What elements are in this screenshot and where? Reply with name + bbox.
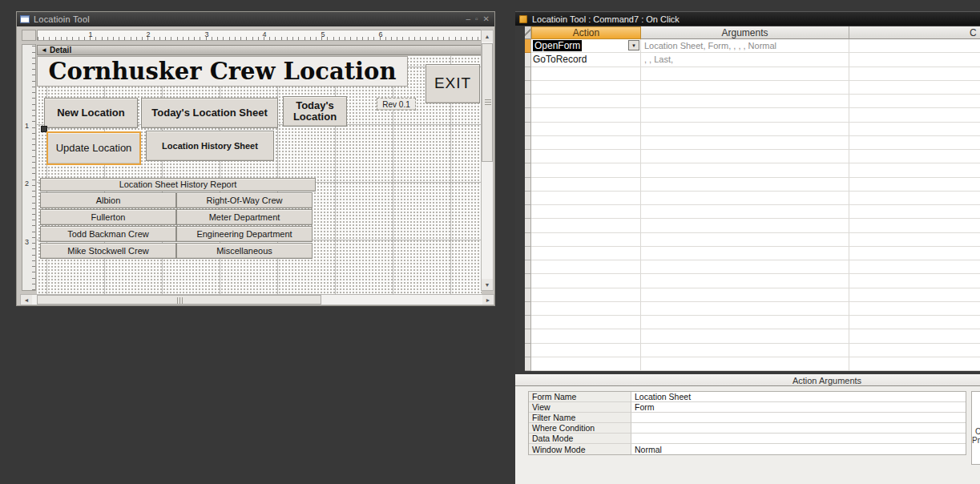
arguments-cell[interactable]	[641, 108, 849, 122]
horizontal-scrollbar[interactable]: ◄ ►	[20, 294, 494, 305]
comment-cell[interactable]	[849, 123, 980, 136]
arguments-cell[interactable]	[641, 123, 849, 136]
arguments-cell[interactable]	[641, 357, 849, 371]
location-sheet-history-report-button[interactable]: Location Sheet History Report	[40, 178, 316, 192]
arguments-cell[interactable]	[641, 163, 849, 177]
comment-cell[interactable]	[849, 81, 980, 95]
action-cell[interactable]	[531, 247, 641, 260]
scroll-up-icon[interactable]: ▲	[482, 30, 493, 42]
action-cell[interactable]	[531, 178, 641, 192]
row-selector[interactable]	[525, 302, 531, 316]
arguments-cell[interactable]	[641, 67, 849, 81]
arguments-column-header[interactable]: Arguments	[641, 26, 849, 39]
vertical-scrollbar[interactable]: ▲ ▼	[481, 30, 494, 291]
fullerton-button[interactable]: Fullerton	[40, 209, 176, 225]
comment-cell[interactable]	[849, 288, 980, 302]
comment-cell[interactable]	[849, 192, 980, 205]
action-cell[interactable]	[531, 205, 641, 219]
arguments-cell[interactable]	[641, 136, 849, 150]
row-selector[interactable]	[525, 53, 531, 67]
macro-window-titlebar[interactable]: Locatioin Tool : Command7 : On Click	[515, 12, 980, 26]
design-window-titlebar[interactable]: Locatioin Tool – ▫ ✕	[17, 12, 494, 26]
comment-cell[interactable]	[849, 150, 980, 163]
property-value[interactable]	[631, 413, 966, 423]
arguments-cell[interactable]	[641, 260, 849, 274]
row-selector[interactable]	[525, 274, 531, 288]
action-cell[interactable]	[531, 288, 641, 302]
action-cell[interactable]	[531, 233, 641, 247]
row-selector[interactable]	[525, 95, 531, 108]
arguments-cell[interactable]	[641, 95, 849, 108]
action-value-selected[interactable]: OpenForm	[533, 40, 582, 51]
arguments-cell[interactable]: , , Last,	[641, 53, 849, 67]
todays-location-button[interactable]: Today's Location	[283, 96, 347, 127]
arguments-cell[interactable]	[641, 233, 849, 247]
arguments-cell[interactable]	[641, 344, 849, 357]
comment-cell[interactable]	[849, 95, 980, 108]
arguments-cell[interactable]	[641, 302, 849, 316]
comment-cell[interactable]	[849, 344, 980, 357]
row-selector[interactable]	[525, 344, 531, 357]
action-dropdown-button[interactable]: ▼	[628, 40, 639, 50]
action-cell[interactable]	[531, 150, 641, 163]
action-cell[interactable]	[531, 123, 641, 136]
action-cell[interactable]	[531, 136, 641, 150]
row-selector[interactable]	[525, 247, 531, 260]
comment-cell[interactable]	[849, 274, 980, 288]
row-selector[interactable]	[525, 163, 531, 177]
arguments-cell[interactable]	[641, 150, 849, 163]
row-selector[interactable]	[525, 178, 531, 192]
arguments-cell[interactable]	[641, 274, 849, 288]
comment-cell[interactable]	[849, 233, 980, 247]
row-selector[interactable]	[525, 81, 531, 95]
row-selector-current[interactable]	[525, 39, 531, 53]
comment-cell[interactable]	[849, 302, 980, 316]
row-selector[interactable]	[525, 219, 531, 232]
action-cell[interactable]	[531, 219, 641, 232]
todays-location-sheet-button[interactable]: Today's Location Sheet	[141, 98, 278, 128]
comment-cell[interactable]	[849, 163, 980, 177]
action-cell[interactable]: OpenForm ▼	[531, 39, 641, 53]
row-selector[interactable]	[525, 123, 531, 136]
row-selector[interactable]	[525, 288, 531, 302]
right-of-way-crew-button[interactable]: Right-Of-Way Crew	[176, 192, 313, 208]
action-cell[interactable]	[531, 274, 641, 288]
comment-cell[interactable]	[849, 329, 980, 343]
new-location-button[interactable]: New Location	[44, 98, 138, 128]
albion-button[interactable]: Albion	[40, 192, 176, 208]
action-cell[interactable]	[531, 108, 641, 122]
scroll-left-icon[interactable]: ◄	[21, 295, 32, 305]
action-cell[interactable]	[531, 95, 641, 108]
arguments-cell[interactable]	[641, 192, 849, 205]
scroll-right-icon[interactable]: ►	[482, 295, 494, 305]
vertical-scrollbar-thumb[interactable]	[482, 43, 493, 162]
comment-cell[interactable]	[849, 357, 980, 371]
action-cell[interactable]	[531, 260, 641, 274]
ruler-corner-box[interactable]	[22, 30, 36, 41]
form-title-label[interactable]: Cornhusker Crew Location	[37, 56, 408, 87]
arguments-cell[interactable]	[641, 178, 849, 192]
scroll-down-icon[interactable]: ▼	[482, 279, 493, 290]
action-cell[interactable]	[531, 163, 641, 177]
minimize-icon[interactable]: –	[466, 15, 471, 23]
arguments-cell[interactable]	[641, 81, 849, 95]
mike-stockwell-crew-button[interactable]: Mike Stockwell Crew	[40, 243, 176, 259]
action-cell[interactable]	[531, 81, 641, 95]
row-selector[interactable]	[525, 316, 531, 329]
exit-button[interactable]: EXIT	[425, 64, 480, 103]
comment-cell[interactable]	[849, 260, 980, 274]
row-selector[interactable]	[525, 357, 531, 371]
location-history-sheet-button[interactable]: Location History Sheet	[146, 131, 274, 161]
row-selector[interactable]	[525, 329, 531, 343]
row-selector[interactable]	[525, 108, 531, 122]
horizontal-scrollbar-thumb[interactable]	[37, 295, 321, 305]
comment-cell[interactable]	[849, 53, 980, 67]
arguments-cell[interactable]	[641, 247, 849, 260]
property-value[interactable]: Normal	[631, 444, 966, 454]
detail-section-bar[interactable]: ◄ Detail	[37, 45, 482, 55]
action-cell[interactable]	[531, 357, 641, 371]
update-location-button-selected[interactable]: Update Location	[46, 131, 141, 165]
arguments-cell[interactable]	[641, 205, 849, 219]
property-value[interactable]: Form	[631, 402, 966, 413]
action-cell[interactable]	[531, 344, 641, 357]
